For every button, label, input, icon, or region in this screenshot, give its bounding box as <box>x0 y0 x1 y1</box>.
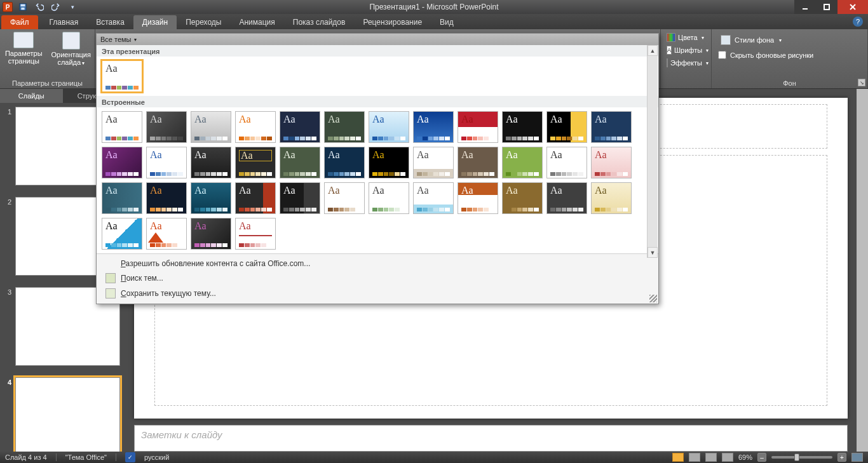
theme-thumbnail[interactable]: Aa <box>591 182 632 214</box>
themes-gallery-header[interactable]: Все темы <box>97 34 658 45</box>
theme-thumbnail[interactable]: Aa <box>546 111 587 143</box>
theme-thumbnail[interactable]: Aa <box>102 182 142 214</box>
scroll-down-button[interactable]: ▼ <box>648 247 658 258</box>
view-sorter-button[interactable] <box>689 453 700 462</box>
zoom-out-button[interactable]: – <box>757 453 766 462</box>
theme-thumbnail[interactable]: Aa <box>458 111 498 143</box>
theme-sample-text: Aa <box>105 221 139 231</box>
theme-sample-text: Aa <box>328 114 361 124</box>
spellcheck-icon[interactable]: ✓ <box>125 452 135 462</box>
ribbon-tab-файл[interactable]: Файл <box>1 15 38 29</box>
view-reading-button[interactable] <box>705 453 717 462</box>
theme-thumbnail[interactable]: Aa <box>280 182 320 214</box>
theme-thumbnail[interactable]: Aa <box>146 147 187 178</box>
sidepane-tab-slides[interactable]: Слайды <box>0 89 63 103</box>
themes-allow-office-update[interactable]: Разрешить обновление контента с сайта Of… <box>97 257 658 271</box>
theme-thumbnail[interactable]: Aa <box>413 147 454 178</box>
ribbon-tab-вставка[interactable]: Вставка <box>87 15 133 29</box>
theme-thumbnail[interactable]: Aa <box>458 147 498 178</box>
theme-thumbnail[interactable]: Aa <box>235 147 276 178</box>
theme-thumbnail[interactable]: Aa <box>502 182 543 214</box>
scroll-up-button[interactable]: ▲ <box>648 45 658 56</box>
theme-color-strip <box>105 172 139 176</box>
status-language[interactable]: русский <box>144 453 169 461</box>
zoom-in-button[interactable]: + <box>837 453 846 462</box>
theme-thumbnail[interactable]: Aa <box>102 147 142 178</box>
theme-thumbnail[interactable]: Aa <box>369 147 409 178</box>
theme-thumbnail[interactable]: Aa <box>458 182 498 214</box>
theme-thumbnail[interactable]: Aa <box>146 218 187 250</box>
themes-save-current-button[interactable]: Сохранить текущую тему... <box>97 286 658 301</box>
theme-thumbnail[interactable]: Aa <box>324 111 365 143</box>
window-minimize-button[interactable] <box>794 0 816 14</box>
notes-pane[interactable]: Заметки к слайду <box>134 425 848 452</box>
theme-color-strip <box>150 208 183 211</box>
theme-thumbnail[interactable]: Aa <box>146 111 187 143</box>
theme-thumbnail[interactable]: Aa <box>191 147 231 178</box>
popup-resize-handle[interactable] <box>649 295 657 302</box>
themes-gallery-scrollbar[interactable]: ▲ ▼ <box>647 45 658 258</box>
ribbon-help-button[interactable]: ? <box>853 17 863 27</box>
ribbon-tab-рецензирование[interactable]: Рецензирование <box>354 15 431 29</box>
view-slideshow-button[interactable] <box>722 453 733 462</box>
theme-thumbnail[interactable]: Aa <box>191 218 231 250</box>
window-maximize-button[interactable] <box>816 0 837 14</box>
qat-redo-button[interactable] <box>50 1 62 13</box>
theme-thumbnail[interactable]: Aa <box>324 147 365 178</box>
zoom-slider[interactable] <box>771 456 832 459</box>
theme-sample-text: Aa <box>194 185 227 196</box>
slide-thumbnail[interactable]: 4 <box>3 377 123 452</box>
ribbon-tab-анимация[interactable]: Анимация <box>230 15 283 29</box>
slide-number: 2 <box>3 197 11 276</box>
zoom-slider-thumb[interactable] <box>794 453 799 461</box>
themes-browse-button[interactable]: Поиск тем... <box>97 271 658 286</box>
theme-thumbnail[interactable]: Aa <box>146 182 187 214</box>
theme-thumbnail[interactable]: Aa <box>102 218 142 250</box>
background-styles-button[interactable]: Стили фона▾ <box>718 33 861 47</box>
theme-thumbnail[interactable]: Aa <box>502 111 543 143</box>
title-bar: P ▾ Презентация1 - Microsoft PowerPoint <box>0 0 868 14</box>
theme-fonts-button[interactable]: AШрифты▾ <box>665 44 707 56</box>
theme-thumbnail[interactable]: Aa <box>102 60 142 92</box>
theme-thumbnail[interactable]: Aa <box>280 147 320 178</box>
ribbon-tab-главная[interactable]: Главная <box>41 15 88 29</box>
browse-themes-icon <box>105 273 116 283</box>
qat-customize-button[interactable]: ▾ <box>66 1 79 13</box>
zoom-percent[interactable]: 69% <box>738 453 752 461</box>
theme-thumbnail[interactable]: Aa <box>102 111 142 143</box>
theme-colors-button[interactable]: Цвета▾ <box>665 32 707 43</box>
theme-thumbnail[interactable]: Aa <box>191 182 231 214</box>
theme-effects-button[interactable]: Эффекты▾ <box>665 57 707 69</box>
theme-thumbnail[interactable]: Aa <box>369 111 409 143</box>
view-normal-button[interactable] <box>672 453 684 462</box>
theme-color-strip <box>461 208 494 211</box>
theme-thumbnail[interactable]: Aa <box>369 182 409 214</box>
theme-thumbnail[interactable]: Aa <box>546 182 587 214</box>
theme-thumbnail[interactable]: Aa <box>191 111 231 143</box>
background-dialog-launcher[interactable]: ↘ <box>858 79 865 86</box>
ribbon-tab-показ слайдов[interactable]: Показ слайдов <box>284 15 355 29</box>
theme-thumbnail[interactable]: Aa <box>235 111 276 143</box>
ribbon-tab-вид[interactable]: Вид <box>431 15 463 29</box>
theme-thumbnail[interactable]: Aa <box>546 147 587 178</box>
theme-sample-text: Aa <box>150 114 183 124</box>
qat-save-button[interactable] <box>17 1 29 13</box>
theme-thumbnail[interactable]: Aa <box>413 111 454 143</box>
qat-undo-button[interactable] <box>33 1 46 13</box>
window-close-button[interactable] <box>837 0 868 14</box>
theme-thumbnail[interactable]: Aa <box>324 182 365 214</box>
theme-thumbnail[interactable]: Aa <box>280 111 320 143</box>
vertical-scrollbar[interactable] <box>857 89 868 452</box>
zoom-fit-button[interactable] <box>851 453 863 462</box>
ribbon-tab-переходы[interactable]: Переходы <box>177 15 230 29</box>
theme-thumbnail[interactable]: Aa <box>235 182 276 214</box>
theme-thumbnail[interactable]: Aa <box>502 147 543 178</box>
theme-sample-text: Aa <box>595 150 628 160</box>
theme-thumbnail[interactable]: Aa <box>235 218 276 250</box>
theme-thumbnail[interactable]: Aa <box>591 147 632 178</box>
ribbon-tab-дизайн[interactable]: Дизайн <box>133 15 177 29</box>
theme-color-strip <box>372 208 405 211</box>
theme-thumbnail[interactable]: Aa <box>413 182 454 214</box>
hide-background-graphics-checkbox[interactable]: Скрыть фоновые рисунки <box>718 51 861 59</box>
theme-thumbnail[interactable]: Aa <box>591 111 632 143</box>
